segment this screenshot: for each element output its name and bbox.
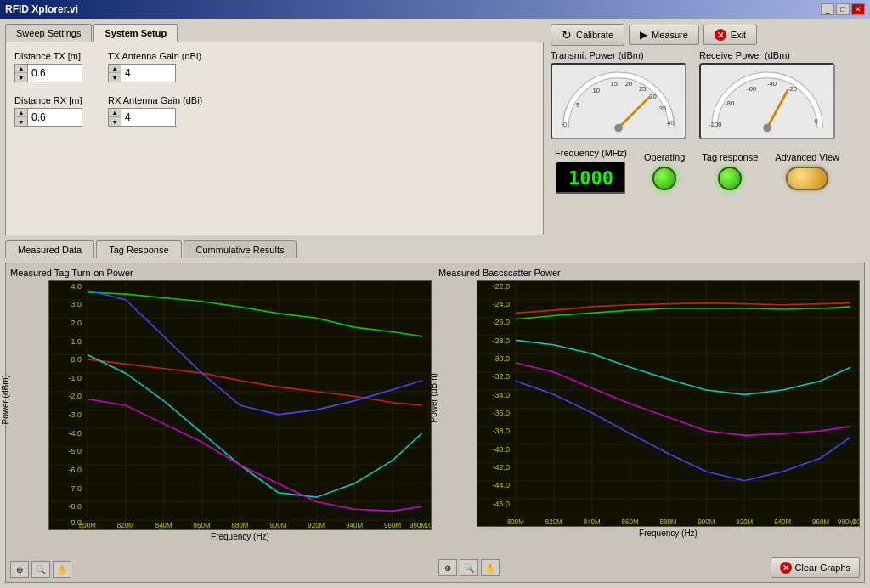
- tab-tag-response[interactable]: Tag Response: [96, 240, 181, 258]
- svg-text:860M: 860M: [622, 518, 639, 526]
- svg-text:800M: 800M: [79, 521, 96, 529]
- dist-tx-input[interactable]: ▲ ▼ 0.6: [14, 64, 82, 82]
- svg-text:40: 40: [667, 119, 674, 127]
- chart-left-area: 4.0 3.0 2.0 1.0 0.0 -1.0 -2.0 -3.0 -4.0 …: [48, 280, 432, 530]
- clear-graphs-button[interactable]: ✕ Clear Graphs: [771, 557, 860, 578]
- dist-rx-input[interactable]: ▲ ▼ 0.6: [14, 108, 82, 127]
- main-content: Sweep Settings System Setup Distance TX …: [0, 19, 870, 588]
- tx-ant-label: TX Antenna Gain (dBi): [108, 51, 201, 61]
- svg-point-11: [614, 124, 623, 133]
- field-row-1: Distance TX [m] ▲ ▼ 0.6 TX Antenna Gain …: [14, 51, 534, 82]
- svg-text:1.0: 1.0: [71, 336, 81, 345]
- dist-tx-down[interactable]: ▼: [15, 73, 27, 82]
- rx-ant-group: RX Antenna Gain (dBi) ▲ ▼ 4: [108, 95, 202, 127]
- chart-right-controls: ⊕ 🔍 ✋ ✕ Clear Graphs: [438, 557, 860, 578]
- minimize-button[interactable]: _: [821, 3, 834, 15]
- svg-text:840M: 840M: [155, 521, 172, 529]
- chart-right-x-label: Frequency (Hz): [477, 529, 860, 538]
- tx-ant-spinners: ▲ ▼: [109, 65, 121, 82]
- measure-button[interactable]: ▶ Measure: [629, 25, 699, 45]
- dist-rx-down[interactable]: ▼: [15, 117, 27, 126]
- indicators-row: Frequency (MHz) 1000 Operating Tag respo…: [551, 144, 865, 198]
- dist-rx-spinners: ▲ ▼: [15, 109, 28, 126]
- svg-text:-40: -40: [767, 80, 777, 88]
- dist-tx-label: Distance TX [m]: [14, 51, 82, 61]
- svg-text:15: 15: [610, 80, 617, 88]
- tx-ant-up[interactable]: ▲: [109, 65, 121, 73]
- tab-system-setup[interactable]: System Setup: [93, 24, 178, 42]
- exit-button[interactable]: ✕ Exit: [703, 25, 757, 45]
- svg-text:3.0: 3.0: [71, 300, 81, 308]
- svg-text:-4.0: -4.0: [68, 428, 81, 437]
- tx-ant-group: TX Antenna Gain (dBi) ▲ ▼ 4: [108, 51, 201, 82]
- rx-ant-label: RX Antenna Gain (dBi): [108, 95, 202, 105]
- freq-display: 1000: [556, 162, 625, 194]
- svg-text:-20: -20: [788, 85, 797, 93]
- svg-text:840M: 840M: [584, 518, 601, 526]
- tx-ant-down[interactable]: ▼: [109, 73, 121, 82]
- advanced-view-group: Advanced View: [775, 152, 839, 190]
- svg-text:-6.0: -6.0: [68, 466, 81, 474]
- svg-text:-26.0: -26.0: [492, 318, 509, 326]
- chart-left-pan[interactable]: ✋: [53, 561, 71, 578]
- chart-right-pan[interactable]: ✋: [481, 559, 500, 576]
- chart-right-title: Measured Bascscatter Power: [438, 268, 860, 278]
- svg-text:-24.0: -24.0: [492, 300, 509, 308]
- rx-ant-down[interactable]: ▼: [109, 117, 121, 126]
- chart-right-y-label: Power (dBm): [429, 373, 438, 422]
- tab-cummulative-results[interactable]: Cummulative Results: [184, 240, 297, 258]
- window-controls: _ □ ✕: [821, 3, 865, 15]
- rx-ant-up[interactable]: ▲: [109, 109, 121, 117]
- tx-ant-input[interactable]: ▲ ▼ 4: [108, 64, 176, 82]
- chart-left-svg: 4.0 3.0 2.0 1.0 0.0 -1.0 -2.0 -3.0 -4.0 …: [49, 281, 431, 529]
- advanced-view-toggle[interactable]: [786, 167, 828, 190]
- receive-gauge-svg: -100 -80 -60 -40 -20 0: [701, 65, 833, 138]
- svg-text:-1.0: -1.0: [68, 373, 81, 382]
- svg-text:-44.0: -44.0: [492, 481, 509, 489]
- svg-text:10: 10: [592, 87, 599, 94]
- chart-right-wrapper: Power (dBm): [438, 280, 860, 555]
- svg-text:0: 0: [563, 121, 567, 128]
- dist-tx-up[interactable]: ▲: [15, 65, 27, 73]
- tab-measured-data[interactable]: Measured Data: [5, 240, 94, 258]
- maximize-button[interactable]: □: [836, 3, 850, 15]
- svg-text:-38.0: -38.0: [492, 427, 509, 435]
- chart-left-x-label: Frequency (Hz): [48, 532, 432, 541]
- svg-text:-100: -100: [709, 121, 721, 128]
- dist-rx-value: 0.6: [28, 110, 82, 125]
- freq-label: Frequency (MHz): [555, 148, 627, 158]
- dist-rx-up[interactable]: ▲: [15, 109, 27, 117]
- svg-text:880M: 880M: [232, 521, 249, 529]
- svg-text:-22.0: -22.0: [492, 281, 509, 290]
- svg-text:-8.0: -8.0: [68, 502, 81, 511]
- chart-panel-right: Measured Bascscatter Power Power (dBm): [438, 268, 860, 578]
- svg-text:20: 20: [625, 80, 632, 88]
- clear-graphs-label: Clear Graphs: [795, 563, 850, 573]
- svg-text:-60: -60: [747, 85, 756, 93]
- chart-right-zoom-out[interactable]: 🔍: [460, 559, 478, 576]
- svg-text:-30.0: -30.0: [492, 354, 509, 363]
- dist-rx-group: Distance RX [m] ▲ ▼ 0.6: [14, 95, 82, 127]
- receive-gauge-label: Receive Power (dBm): [699, 50, 790, 60]
- svg-text:-32.0: -32.0: [492, 372, 509, 381]
- svg-text:820M: 820M: [545, 518, 562, 526]
- calibrate-button[interactable]: ↻ Calibrate: [551, 24, 624, 46]
- chart-panel-left: Measured Tag Turn-on Power Power (dBm): [10, 268, 432, 578]
- tx-ant-value: 4: [121, 65, 175, 81]
- svg-text:-7.0: -7.0: [68, 483, 81, 492]
- svg-text:880M: 880M: [660, 518, 677, 526]
- receive-gauge: -100 -80 -60 -40 -20 0: [699, 63, 835, 139]
- chart-left-zoom-in[interactable]: ⊕: [10, 561, 29, 578]
- rx-ant-input[interactable]: ▲ ▼ 4: [108, 108, 176, 127]
- svg-text:900M: 900M: [269, 521, 286, 529]
- chart-left-zoom-out[interactable]: 🔍: [31, 561, 50, 578]
- close-button[interactable]: ✕: [851, 3, 865, 15]
- frequency-group: Frequency (MHz) 1000: [555, 148, 627, 194]
- chart-right-area: -22.0 -24.0 -26.0 -28.0 -30.0 -32.0 -34.…: [477, 280, 860, 527]
- chart-right-svg: -22.0 -24.0 -26.0 -28.0 -30.0 -32.0 -34.…: [477, 281, 859, 526]
- chart-right-zoom-in[interactable]: ⊕: [438, 559, 457, 576]
- dist-rx-label: Distance RX [m]: [14, 95, 82, 105]
- transmit-gauge-container: Transmit Power (dBm) 0 5: [551, 50, 686, 139]
- gauges-row: Transmit Power (dBm) 0 5: [551, 50, 865, 139]
- tab-sweep-settings[interactable]: Sweep Settings: [5, 24, 92, 42]
